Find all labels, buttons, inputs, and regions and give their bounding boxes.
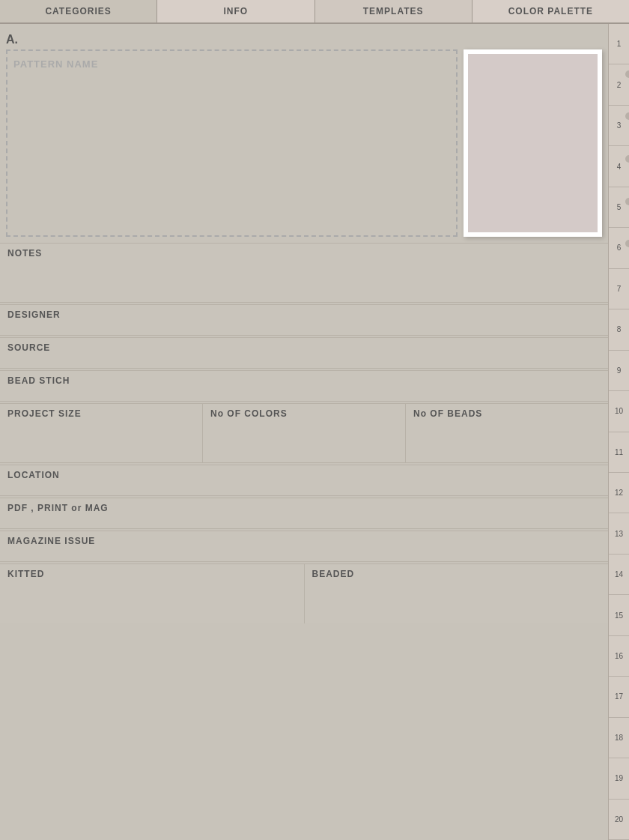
bead-stich-section[interactable]: BEAD STICH [0, 370, 608, 402]
source-label: SOURCE [7, 342, 601, 353]
right-sidebar: 1 2 3 4 5 6 7 8 9 10 11 12 13 14 15 16 1… [608, 24, 629, 840]
sidebar-number-11: 11 [609, 432, 629, 473]
sidebar-number-17: 17 [609, 677, 629, 717]
notes-label: NOTES [7, 248, 601, 259]
location-label: LOCATION [7, 470, 601, 480]
sidebar-number-20: 20 [609, 800, 629, 840]
no-of-colors-label: No OF COLORS [210, 408, 398, 419]
sidebar-number-10: 10 [609, 391, 629, 432]
location-section[interactable]: LOCATION [0, 465, 608, 496]
sidebar-dot-1 [625, 70, 629, 78]
tab-categories[interactable]: CATEGORIES [0, 0, 157, 22]
beaded-label: BEADED [312, 569, 601, 579]
photo-placeholder [464, 49, 602, 237]
sidebar-number-4: 4 [609, 146, 629, 187]
pattern-name-placeholder: PATTERN NAME [13, 58, 98, 70]
sidebar-number-5: 5 [609, 187, 629, 228]
sidebar-number-1: 1 [609, 24, 629, 64]
beaded-col[interactable]: BEADED [305, 564, 609, 623]
magazine-issue-section[interactable]: MAGAZINE ISSUE [0, 531, 608, 562]
kitted-label: KITTED [7, 569, 297, 579]
bead-stich-label: BEAD STICH [7, 375, 601, 386]
project-size-col[interactable]: PROJECT SIZE [0, 404, 202, 462]
sidebar-number-3: 3 [609, 106, 629, 146]
no-of-beads-label: No OF BEADS [413, 408, 601, 419]
sidebar-number-9: 9 [609, 351, 629, 391]
sidebar-number-6: 6 [609, 228, 629, 268]
sidebar-dot-3 [625, 155, 629, 163]
notes-section[interactable]: NOTES [0, 243, 608, 303]
sidebar-number-13: 13 [609, 513, 629, 554]
project-size-label: PROJECT SIZE [7, 408, 195, 419]
no-of-colors-col[interactable]: No OF COLORS [203, 404, 405, 462]
pattern-name-box[interactable]: PATTERN NAME [6, 49, 458, 237]
sidebar-number-16: 16 [609, 636, 629, 677]
kitted-beaded-section: KITTED BEADED [0, 563, 608, 623]
pdf-label: PDF , PRINT or MAG [7, 503, 601, 513]
sidebar-dot-2 [625, 112, 629, 120]
tab-templates[interactable]: TEMPLATES [315, 0, 472, 22]
content-area: Category 1 A. PATTERN NAME NOTES DESIGNE… [0, 24, 608, 840]
project-size-row: PROJECT SIZE No OF COLORS No OF BEADS [0, 403, 608, 463]
tab-color-palette[interactable]: COLOR PALETTE [472, 0, 629, 22]
sidebar-dot-5 [625, 240, 629, 247]
main-container: Category 1 A. PATTERN NAME NOTES DESIGNE… [0, 24, 629, 840]
source-section[interactable]: SOURCE [0, 337, 608, 369]
sidebar-number-8: 8 [609, 309, 629, 350]
sidebar-number-18: 18 [609, 718, 629, 758]
photo-inner [468, 54, 598, 232]
sidebar-dot-4 [625, 198, 629, 205]
row-a-header: A. [0, 24, 608, 49]
designer-label: DESIGNER [7, 309, 601, 320]
sidebar-number-15: 15 [609, 595, 629, 635]
sidebar-number-19: 19 [609, 758, 629, 799]
no-of-beads-col[interactable]: No OF BEADS [406, 404, 608, 462]
row-a-label: A. [6, 30, 21, 46]
tab-info[interactable]: INFO [157, 0, 314, 22]
kitted-col[interactable]: KITTED [0, 564, 304, 623]
tab-bar: CATEGORIES INFO TEMPLATES COLOR PALETTE [0, 0, 629, 24]
sidebar-number-14: 14 [609, 555, 629, 595]
magazine-issue-label: MAGAZINE ISSUE [7, 536, 601, 546]
top-section: PATTERN NAME [0, 49, 608, 243]
designer-section[interactable]: DESIGNER [0, 304, 608, 336]
pdf-section[interactable]: PDF , PRINT or MAG [0, 498, 608, 529]
sidebar-number-7: 7 [609, 269, 629, 309]
sidebar-number-12: 12 [609, 473, 629, 513]
